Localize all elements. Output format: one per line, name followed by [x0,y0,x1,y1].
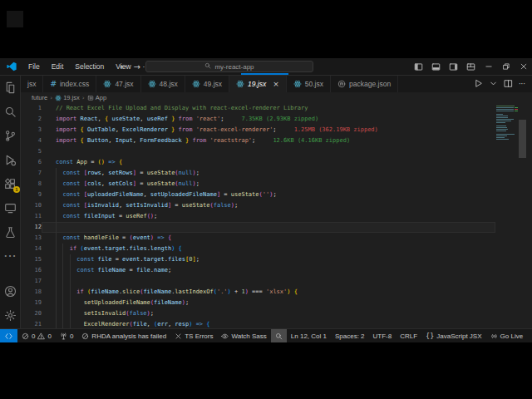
code-editor[interactable]: 1// React Excel File Upload and Display … [21,103,532,328]
status-indentation[interactable]: Spaces: 2 [331,329,369,342]
code-text: const [isInvalid, setIsInvalid] = useSta… [42,200,495,211]
restore-button[interactable] [497,58,515,75]
tab-close-icon[interactable]: × [273,80,279,88]
activity-explorer[interactable] [3,81,17,94]
tab-jsx[interactable]: jsx [21,76,43,92]
activity-settings[interactable] [3,308,17,322]
status-encoding[interactable]: UTF-8 [369,329,397,342]
tab-label: package.json [349,80,391,88]
code-line[interactable]: 17 [21,276,532,287]
tab-label: jsx [27,80,36,88]
split-editor-button[interactable] [504,79,513,90]
line-number: 10 [21,200,42,211]
status-text: Spaces: 2 [335,332,365,340]
search-icon [4,106,17,118]
toggle-sidebar-button[interactable] [410,58,427,75]
nav-forward-icon[interactable]: → [133,62,140,71]
menu-item-selection[interactable]: Selection [69,62,110,71]
breadcrumb-item-19-jsx[interactable]: 19.jsx [55,94,80,101]
code-line[interactable]: 5 [21,146,532,157]
breadcrumb-item-future[interactable]: future [32,94,47,101]
code-line[interactable]: 16 const fileName = file.name; [21,265,532,276]
window-controls [410,58,532,75]
status-problems[interactable]: 00 [17,329,56,342]
code-line[interactable]: 3import { OutTable, ExcelRenderer } from… [21,125,532,135]
npm-icon [337,80,346,88]
status-go-live[interactable]: Go Live [486,329,528,342]
toggle-panel-button[interactable] [427,58,445,75]
code-line[interactable]: 10 const [isInvalid, setIsInvalid] = use… [21,200,532,211]
code-text: const [cols, setCols] = useState(null); [42,179,495,190]
activity-search[interactable] [3,105,17,118]
code-line[interactable]: 14 if (event.target.files.length) { [21,244,532,254]
code-line[interactable]: 21 ExcelRenderer(file, (err, resp) => { [21,319,532,328]
scrollbar-thumb[interactable] [519,120,526,158]
code-line[interactable]: 11 const fileInput = useRef(); [21,211,532,222]
activity-extensions[interactable]: 1 [3,177,17,190]
code-line[interactable]: 7 const [rows, setRows] = useState(null)… [21,168,532,179]
line-number: 1 [21,103,42,114]
code-line[interactable]: 1// React Excel File Upload and Display … [21,103,532,114]
activity-remote-explorer[interactable] [3,201,17,214]
nav-back-icon[interactable]: ← [120,62,126,71]
status-language-mode[interactable]: {}JavaScript JSX [421,329,485,342]
code-line[interactable]: 15 const file = event.target.files[0]; [21,254,532,265]
more-actions-button[interactable]: ··· [519,80,525,88]
minimap-line [496,111,518,111]
tab-49-jsx[interactable]: 49.jsx [185,76,229,92]
activity-more[interactable]: ··· [3,249,17,263]
line-number: 18 [21,287,42,298]
status-watch-sass[interactable]: Watch Sass [217,329,270,342]
tab-index-css[interactable]: #index.css [43,76,96,92]
activity-testing[interactable] [3,225,17,239]
error-icon [81,332,89,340]
status-ports[interactable]: 0 [56,329,77,342]
vscode-logo-icon [7,62,17,71]
run-dropdown-button[interactable] [489,79,498,90]
restore-icon [502,62,510,71]
code-line[interactable]: 9 const [uploadedFileName, setUploadedFi… [21,190,532,200]
code-line[interactable]: 19 setUploadedFileName(fileName); [21,298,532,308]
code-line[interactable]: 6const App = () => { [21,157,532,168]
code-line[interactable]: 12 [21,222,532,233]
code-line[interactable]: 8 const [cols, setCols] = useState(null)… [21,179,532,190]
menu-item-edit[interactable]: Edit [46,62,70,71]
react-icon [192,80,200,88]
status-text: Watch Sass [231,332,266,340]
status-eol[interactable]: CRLF [396,329,421,342]
code-text: const [rows, setRows] = useState(null); [42,168,495,179]
tab-47-jsx[interactable]: 47.jsx [96,76,140,92]
react-icon [236,80,244,88]
menu-item-file[interactable]: File [22,62,46,71]
toggle-secondary-sidebar-button[interactable] [445,58,462,75]
tab-50-jsx[interactable]: 50.jsx [287,76,331,92]
tab-19-jsx[interactable]: 19.jsx× [229,76,287,92]
close-icon [520,62,528,71]
run-button[interactable] [474,79,483,90]
breadcrumb-item-app[interactable]: App [87,94,106,101]
minimize-button[interactable] [480,58,497,75]
code-line[interactable]: 13 const handleFile = (event) => { [21,233,532,244]
activity-account[interactable] [3,284,17,298]
activity-source-control[interactable] [3,129,17,142]
code-text: const [uploadedFileName, setUploadedFile… [42,190,495,200]
close-button[interactable] [515,58,532,75]
explorer-icon [4,81,17,94]
command-center-search[interactable]: my-react-app [145,61,313,72]
status-rhda-status[interactable]: RHDA analysis has failed [77,329,170,342]
minimap[interactable] [496,106,518,140]
status-ts-errors[interactable]: TS Errors [170,329,217,342]
status-github[interactable] [527,329,532,342]
code-line[interactable]: 18 if (fileName.slice(fileName.lastIndex… [21,287,532,298]
tab-package-json[interactable]: package.json [331,76,398,92]
status-zoom-indicator[interactable] [271,329,287,342]
customize-layout-button[interactable] [462,58,480,75]
code-line[interactable]: 4import { Button, Input, FormFeedback } … [21,135,532,146]
vscode-window: FileEditSelectionView··· ← → my-react-ap… [0,58,532,342]
activity-run-debug[interactable] [3,153,17,166]
tab-48-jsx[interactable]: 48.jsx [141,76,185,92]
status-cursor-position[interactable]: Ln 12, Col 1 [287,329,331,342]
status-remote-indicator[interactable] [0,329,17,342]
code-line[interactable]: 20 setIsInvalid(false); [21,308,532,319]
code-line[interactable]: 2import React, { useState, useRef } from… [21,114,532,125]
